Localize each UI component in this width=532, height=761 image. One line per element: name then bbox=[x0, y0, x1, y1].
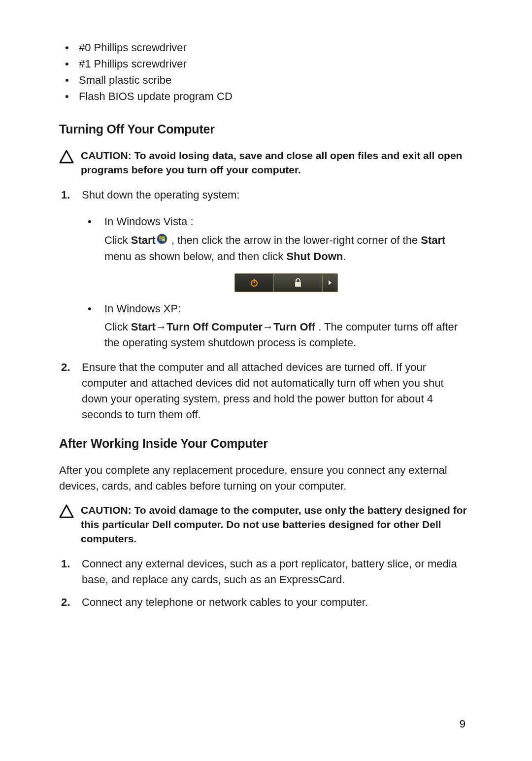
caution-icon bbox=[59, 148, 74, 166]
start-bold: Start bbox=[421, 234, 445, 246]
list-item: #0 Phillips screwdriver bbox=[59, 39, 468, 56]
step-1: Shut down the operating system: In Windo… bbox=[59, 187, 468, 351]
svg-rect-3 bbox=[254, 279, 255, 283]
svg-rect-4 bbox=[295, 282, 301, 287]
steps-turning-off: Shut down the operating system: In Windo… bbox=[59, 187, 468, 423]
caution-block: CAUTION: To avoid damage to the computer… bbox=[59, 503, 468, 546]
heading-turning-off: Turning Off Your Computer bbox=[59, 122, 468, 136]
step-text: Shut down the operating system: bbox=[82, 189, 239, 201]
sub-list: In Windows Vista : Click Start , then cl… bbox=[82, 214, 468, 351]
intro-paragraph: After you complete any replacement proce… bbox=[59, 463, 468, 494]
step-2: Connect any telephone or network cables … bbox=[59, 595, 468, 610]
steps-after-working: Connect any external devices, such as a … bbox=[59, 556, 468, 610]
shutdown-bar-image bbox=[234, 273, 338, 292]
caution-block: CAUTION: To avoid losing data, save and … bbox=[59, 148, 468, 177]
step-1: Connect any external devices, such as a … bbox=[59, 556, 468, 588]
page-number: 9 bbox=[460, 718, 466, 730]
xp-label: In Windows XP: bbox=[104, 302, 181, 315]
power-button-icon bbox=[235, 274, 274, 292]
xp-instruction: Click Start → Turn Off Computer → Turn O… bbox=[104, 319, 468, 351]
vista-instruction: Click Start , then click the arrow in th… bbox=[104, 232, 468, 265]
arrow-button-icon bbox=[323, 274, 337, 292]
vista-label: In Windows Vista : bbox=[104, 215, 194, 228]
step-2: Ensure that the computer and all attache… bbox=[59, 360, 468, 423]
start-bold: Start bbox=[131, 234, 156, 246]
svg-marker-5 bbox=[329, 280, 332, 285]
lock-button-icon bbox=[274, 274, 323, 292]
heading-after-working: After Working Inside Your Computer bbox=[59, 436, 468, 451]
svg-marker-6 bbox=[60, 505, 73, 517]
sub-item-vista: In Windows Vista : Click Start , then cl… bbox=[82, 214, 468, 292]
sub-item-xp: In Windows XP: Click Start → Turn Off Co… bbox=[82, 301, 468, 351]
caution-text: CAUTION: To avoid damage to the computer… bbox=[81, 503, 468, 546]
list-item: Flash BIOS update program CD bbox=[59, 88, 468, 104]
svg-marker-0 bbox=[60, 151, 73, 163]
list-item: Small plastic scribe bbox=[59, 72, 468, 88]
shutdown-bold: Shut Down bbox=[286, 250, 343, 263]
caution-text: CAUTION: To avoid losing data, save and … bbox=[81, 148, 468, 177]
caution-icon bbox=[59, 503, 74, 521]
list-item: #1 Phillips screwdriver bbox=[59, 56, 468, 72]
tool-list: #0 Phillips screwdriver #1 Phillips scre… bbox=[59, 39, 468, 104]
windows-start-orb-icon bbox=[157, 233, 167, 249]
